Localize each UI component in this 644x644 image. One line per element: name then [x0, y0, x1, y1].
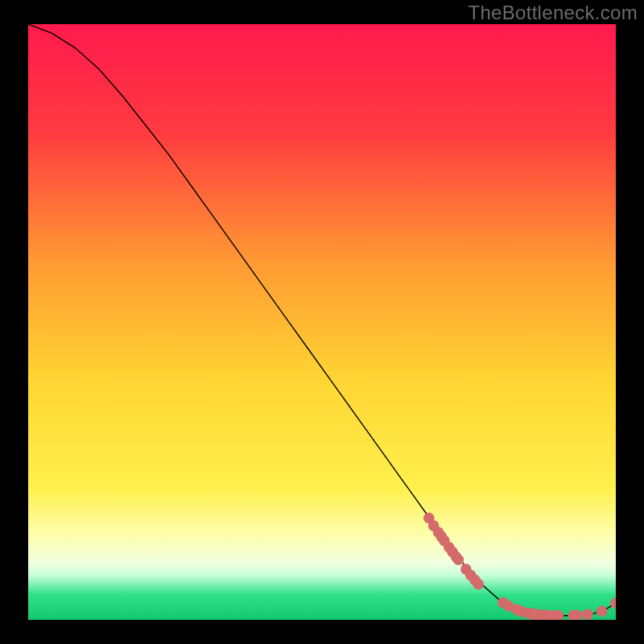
data-marker — [610, 597, 616, 609]
marker-cluster — [423, 513, 616, 620]
data-marker — [473, 579, 484, 590]
bottleneck-curve — [28, 24, 616, 616]
data-marker — [436, 531, 447, 543]
data-marker — [582, 609, 593, 620]
plot-overlay — [28, 24, 616, 620]
data-marker — [597, 605, 608, 617]
data-marker — [453, 554, 464, 565]
watermark-text: TheBottleneck.com — [468, 2, 638, 24]
plot-area — [28, 24, 616, 620]
chart-frame: TheBottleneck.com — [0, 0, 644, 644]
